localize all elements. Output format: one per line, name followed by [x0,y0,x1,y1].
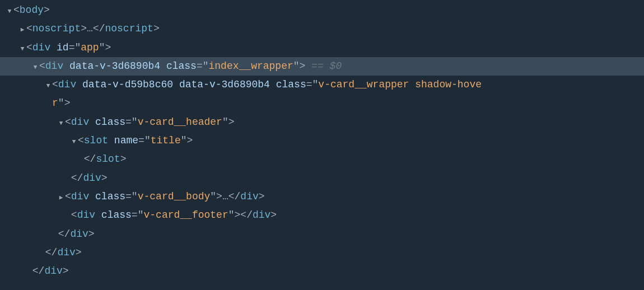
token-space [160,60,166,72]
token-punct: </ [58,228,71,240]
token-punct: < [26,42,32,53]
token-punct: < [65,191,71,202]
token-punct: < [52,79,58,90]
collapse-icon[interactable]: ▼ [70,136,78,147]
token-space [50,42,57,53]
collapse-icon[interactable]: ▼ [57,118,65,129]
token-ell: … [87,23,93,34]
tree-row[interactable]: ▼ <div class="v-card__footer"></div> [0,206,644,224]
tree-row[interactable]: ▼<body> [0,1,644,20]
token-punct: " [132,191,138,202]
indent-spacer: ▼ [18,262,26,280]
token-space [89,191,95,202]
tree-row[interactable]: ▼<div class="v-card__header"> [0,113,644,132]
tree-row[interactable]: ▼r"> [0,94,644,113]
token-tag: div [240,191,258,202]
token-punct: </ [32,265,45,277]
token-tag: body [20,4,44,16]
token-punct: > [228,116,235,128]
dom-tree[interactable]: ▼<body>▶<noscript>…</noscript>▼<div id="… [0,0,644,280]
token-eq: = [132,209,138,221]
tree-row[interactable]: ▶<noscript>…</noscript> [0,20,644,38]
collapse-icon[interactable]: ▼ [31,62,39,73]
token-attrn: class [166,60,197,72]
token-eq: = [306,79,312,90]
tree-row[interactable]: ▼ </slot> [0,150,644,169]
token-eq: = [138,135,144,146]
tree-row[interactable]: ▼<slot name="title"> [0,132,644,150]
token-punct: > [101,172,108,184]
token-space [39,247,45,258]
token-punct: > [187,135,193,146]
token-space [95,209,101,221]
token-tag: noscript [105,23,153,34]
tree-row[interactable]: ▼<div data-v-3d6890b4 class="index__wrap… [0,57,644,76]
token-eq: = [197,60,203,72]
token-punct: > [81,23,87,34]
indent-spacer: ▼ [57,169,65,188]
indent-spacer: ▼ [44,225,52,244]
token-tag: div [45,60,63,72]
token-space [52,228,58,240]
token-attrv: app [81,42,99,53]
token-punct: > [64,97,71,109]
token-punct: " [144,135,151,146]
token-punct: > [120,153,127,165]
tree-row[interactable]: ▼ </div> [0,244,644,262]
token-punct: > [300,60,306,72]
token-punct: " [181,135,187,146]
token-space [270,79,276,90]
collapse-icon[interactable]: ▼ [44,80,52,91]
token-attrn: class [101,209,132,221]
tree-row[interactable]: ▼<div id="app"> [0,39,644,57]
token-punct: " [58,97,64,109]
token-punct: < [71,209,77,221]
token-punct: " [210,191,216,202]
token-space [78,153,84,165]
token-tag: div [71,116,89,128]
tree-row[interactable]: ▼ </div> [0,225,644,244]
token-tag: div [57,247,75,258]
token-punct: < [26,23,32,34]
token-dim: == $0 [311,60,342,72]
token-space [173,79,179,90]
token-space [63,60,69,72]
token-attrv: v-card__body [138,191,211,202]
token-tag: div [77,209,95,221]
token-tag: noscript [32,23,81,34]
token-punct: > [88,228,95,240]
token-punct: > [216,191,222,202]
token-punct: < [13,4,20,16]
indent-spacer: ▼ [70,150,78,169]
token-punct: </ [71,172,83,184]
token-tag: slot [84,135,108,146]
token-attrv: v-card__wrapper shadow-hove [318,79,482,90]
token-attrn: class [95,116,125,128]
expand-icon[interactable]: ▶ [57,192,65,203]
annotation-arrow [0,280,644,290]
indent-spacer: ▼ [31,244,39,262]
collapse-icon[interactable]: ▼ [18,43,26,54]
token-tag: div [58,79,76,90]
tree-row[interactable]: ▼ </div> [0,169,644,188]
collapse-icon[interactable]: ▼ [6,6,13,17]
token-punct: </ [240,209,253,221]
token-eq: = [69,42,75,53]
tree-row[interactable]: ▼ </div> [0,262,644,280]
token-attrn: id [57,42,69,53]
token-ell: … [222,191,228,202]
indent-spacer: ▼ [44,94,52,113]
token-punct: " [138,209,144,221]
token-punct: " [74,42,81,53]
tree-row[interactable]: ▶<div class="v-card__body">…</div> [0,188,644,206]
token-space [65,209,71,221]
token-punct: > [44,4,50,16]
token-punct: > [63,265,69,277]
expand-icon[interactable]: ▶ [18,24,26,35]
token-attrn: data-v-d59b8c60 [82,79,173,90]
token-attrv: index__wrapper [209,60,293,72]
token-punct: > [105,42,111,53]
token-punct: " [312,79,319,90]
tree-row[interactable]: ▼<div data-v-d59b8c60 data-v-3d6890b4 cl… [0,76,644,94]
token-punct: </ [228,191,241,202]
